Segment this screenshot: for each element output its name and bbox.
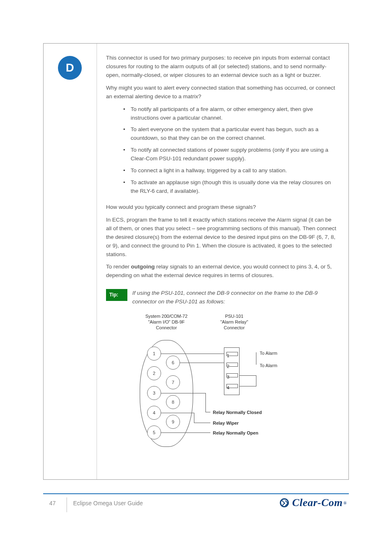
doc-title: Eclipse Omega User Guide xyxy=(73,500,143,506)
wire xyxy=(205,393,206,412)
page-frame: D This connector is used for two primary… xyxy=(43,43,349,480)
left-gutter: D xyxy=(44,44,97,479)
db9-pin: 4 xyxy=(147,406,161,420)
tip-text: If using the PSU-101, connect the DB-9 c… xyxy=(132,289,338,306)
db9-pin: 1 xyxy=(147,347,161,361)
psu-port: 3 xyxy=(226,373,238,377)
brand-logo: Clear-Com® xyxy=(280,497,347,509)
body-column: This connector is used for two primary p… xyxy=(97,44,348,479)
db9-pin: 8 xyxy=(166,395,180,409)
wire xyxy=(180,363,224,363)
psu-title: PSU-101"Alarm Relay"Connector xyxy=(214,314,255,331)
wire xyxy=(161,413,194,413)
section-badge: D xyxy=(58,56,82,80)
psu-port: 2 xyxy=(226,363,238,367)
db9-pin: 9 xyxy=(166,415,180,429)
list-item: To connect a light in a hallway, trigger… xyxy=(123,166,338,178)
list-item: To activate an applause sign (though thi… xyxy=(123,178,338,199)
list-item: To alert everyone on the system that a p… xyxy=(123,125,338,146)
psu-port: 4 xyxy=(226,384,238,388)
wire xyxy=(205,412,210,412)
relay-nc-label: Relay Normally Closed xyxy=(213,409,262,416)
psu-connector-icon: 1 2 3 4 xyxy=(224,347,240,395)
wire xyxy=(161,393,205,393)
brand-text: Clear-Com xyxy=(292,497,343,509)
to-alarm-2: To Alarm xyxy=(260,362,277,369)
wire xyxy=(256,352,256,365)
lead-paragraph: This connector is used for two primary p… xyxy=(106,54,338,80)
how-question: How would you typically connect and prog… xyxy=(106,203,338,212)
reason-list: To notify all participants of a fire ala… xyxy=(106,105,338,199)
db9-title: System 200/COM-72"Alarm I/O" DB-9FConnec… xyxy=(127,314,205,331)
footer-rule xyxy=(43,493,349,494)
wire xyxy=(161,432,210,433)
brand-registered-icon: ® xyxy=(344,501,347,505)
wire xyxy=(161,354,224,354)
tip-chip: Tip: xyxy=(106,289,127,301)
db9-pin: 2 xyxy=(147,366,161,380)
wire xyxy=(224,354,224,354)
wiring-diagram: System 200/COM-72"Alarm I/O" DB-9FConnec… xyxy=(131,314,312,449)
wire xyxy=(194,423,210,423)
wire xyxy=(256,375,256,386)
db9-pin: 5 xyxy=(147,426,161,439)
text-strong: outgoing xyxy=(131,264,155,270)
why-intro: Why might you want to alert every connec… xyxy=(106,84,338,101)
footer-separator xyxy=(67,497,67,512)
list-item: To notify all participants of a fire ala… xyxy=(123,105,338,126)
psu-port: 1 xyxy=(226,352,238,356)
wire xyxy=(240,375,256,376)
relay-wiper-label: Relay Wiper xyxy=(213,420,239,427)
tip-block: Tip: If using the PSU-101, connect the D… xyxy=(106,289,338,306)
how-body: In ECS, program the frame to tell it exa… xyxy=(106,216,338,259)
text: To render xyxy=(106,264,131,270)
list-item: To notify all connected stations of powe… xyxy=(123,146,338,166)
db9-pin: 7 xyxy=(166,375,180,389)
brand-mark-icon xyxy=(280,498,289,507)
db9-pin: 6 xyxy=(166,356,180,370)
how-body-2: To render outgoing relay signals to an e… xyxy=(106,263,338,280)
db9-pin: 3 xyxy=(147,386,161,400)
page-number: 47 xyxy=(49,500,56,506)
to-alarm-1: To Alarm xyxy=(260,350,277,357)
wire xyxy=(194,413,194,423)
relay-no-label: Relay Normally Open xyxy=(213,430,258,437)
wire xyxy=(240,386,256,386)
